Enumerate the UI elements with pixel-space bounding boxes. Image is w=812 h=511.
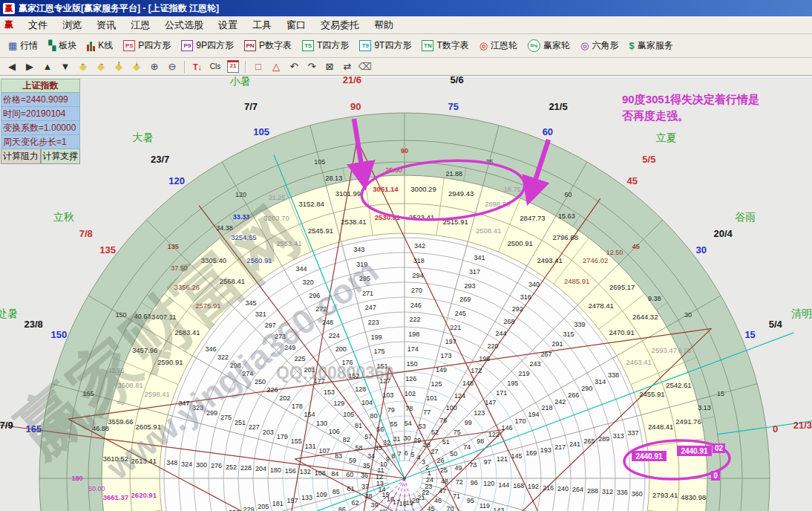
toolbar-button-T四方形[interactable]: TST四方形 — [297, 36, 354, 55]
toolbar-label: 板块 — [59, 39, 76, 52]
spiral-number: 298 — [230, 362, 241, 369]
tool-rect-tool[interactable]: □ — [249, 59, 267, 74]
tool-calendar[interactable]: 21 — [224, 59, 242, 74]
app-logo-icon-small: 赢 — [4, 19, 13, 31]
outer-degree-label: 75 — [448, 101, 459, 112]
spiral-number: 291 — [551, 340, 563, 348]
price-label-inner: 2448.41 — [648, 423, 673, 431]
toolbar-button-江恩轮[interactable]: ◎江恩轮 — [474, 36, 523, 55]
tool-expand-tool[interactable]: ⊠ — [321, 59, 338, 74]
menu-item-工具[interactable]: 工具 — [245, 18, 279, 32]
spiral-number: 104 — [361, 399, 373, 406]
spiral-number: 99 — [465, 419, 472, 426]
price-label-inner: 2560.91 — [246, 256, 272, 264]
tool-step-back[interactable]: ◀ — [3, 59, 21, 74]
spiral-number: 121 — [497, 455, 508, 463]
highlighted-price-value: 0 — [713, 472, 718, 480]
spiral-number: 290 — [581, 385, 592, 392]
solar-term-label: 立夏 — [655, 131, 676, 143]
toolbar-button-P四方形[interactable]: PSP四方形 — [118, 36, 176, 55]
price-label-inner: 2590.91 — [157, 358, 183, 366]
window-title: 赢家江恩专业版[赢家服务平台] - [上证指数 江恩轮] — [19, 2, 219, 15]
tool-zoom-out[interactable]: ⊖ — [163, 59, 181, 74]
spiral-number: 153 — [324, 388, 335, 396]
price-label-outer: 2644.32 — [632, 313, 658, 321]
price-label-outer: 3508.81 — [118, 381, 143, 389]
tool-contract-tool[interactable]: ⇄ — [338, 59, 356, 74]
toolbar-button-9P四方形[interactable]: P99P四方形 — [176, 36, 239, 55]
menu-item-浏览[interactable]: 浏览 — [55, 18, 89, 32]
toolbar-button-行情[interactable]: ▦行情 — [3, 36, 43, 55]
tool-diamond-up[interactable]: ◆↑ — [110, 59, 128, 74]
spiral-number: 197 — [445, 338, 456, 345]
menu-bar: 赢 文件浏览资讯江恩公式选股设置工具窗口交易委托帮助 — [0, 16, 812, 34]
spiral-number: 204 — [255, 465, 266, 472]
江恩轮-icon: ◎ — [479, 41, 488, 51]
price-label-inner: 2545.91 — [308, 227, 333, 235]
toolbar-button-P数字表[interactable]: PNP数字表 — [239, 36, 297, 55]
tool-diamond-left[interactable]: ◆← — [74, 59, 92, 74]
gann-wheel-canvas[interactable]: 2412345678910111213141516171819202122234… — [0, 77, 812, 511]
tool-zoom-in[interactable]: ⊕ — [145, 59, 163, 74]
panel-button-计算阻力[interactable]: 计算阻力 — [1, 149, 41, 164]
toolbar-separator — [245, 61, 246, 73]
spiral-number: 28 — [423, 441, 430, 449]
spiral-number: 176 — [342, 359, 353, 366]
panel-button-计算支撑[interactable]: 计算支撑 — [41, 149, 81, 164]
spiral-number: 157 — [287, 497, 298, 504]
spiral-number: 119 — [479, 502, 490, 510]
spiral-number: 227 — [249, 423, 260, 431]
outer-degree-label: 30 — [696, 244, 707, 256]
spiral-number: 200 — [335, 345, 347, 353]
tool-diamond-right[interactable]: ◆→ — [92, 59, 110, 74]
tool-step-forward[interactable]: ▶ — [21, 59, 39, 74]
outer-date-label: 5/5 — [642, 154, 655, 165]
toolbar-button-9T四方形[interactable]: T99T四方形 — [354, 36, 416, 55]
menu-item-窗口[interactable]: 窗口 — [279, 18, 313, 32]
tool-rotate-down[interactable]: ▼ — [56, 59, 74, 74]
outer-degree-label: 105 — [253, 126, 269, 137]
degree-ring-label: 90 — [401, 147, 408, 154]
title-bar: 赢 赢家江恩专业版[赢家服务平台] - [上证指数 江恩轮] — [0, 0, 812, 16]
tool-delete-tool[interactable]: ⌫ — [356, 59, 374, 74]
tool-cls[interactable]: Cls — [206, 59, 224, 74]
spiral-number: 47 — [439, 487, 446, 495]
toolbar-button-板块[interactable]: ▚板块 — [43, 36, 82, 55]
menu-item-设置[interactable]: 设置 — [211, 18, 245, 32]
menu-item-资讯[interactable]: 资讯 — [89, 18, 123, 32]
outer-degree-label: 90 — [350, 101, 361, 112]
percent-label: 46.88 — [92, 425, 109, 432]
gann-wheel-chart-area[interactable]: 2412345678910111213141516171819202122234… — [0, 76, 812, 511]
toolbar-button-赢家轮[interactable]: Big赢家轮 — [523, 36, 575, 55]
tool-rotate-up[interactable]: ▲ — [39, 59, 56, 74]
spiral-number: 171 — [496, 389, 507, 397]
spiral-number: 149 — [436, 366, 447, 374]
menu-item-江恩[interactable]: 江恩 — [123, 18, 157, 32]
spiral-number: 170 — [515, 417, 526, 425]
spiral-number: 34 — [367, 452, 375, 460]
spiral-number: 177 — [314, 377, 325, 385]
toolbar-button-T数字表[interactable]: TNT数字表 — [416, 36, 474, 55]
toolbar-button-六角形[interactable]: ◎六角形 — [575, 36, 623, 55]
menu-item-帮助[interactable]: 帮助 — [367, 18, 401, 32]
menu-item-交易委托[interactable]: 交易委托 — [313, 18, 367, 32]
price-label-inner: 2538.41 — [341, 218, 366, 226]
menu-item-公式选股[interactable]: 公式选股 — [157, 18, 211, 32]
price-label-inner: 2620.91 — [131, 491, 157, 499]
9T四方形-icon: T9 — [359, 40, 371, 51]
spiral-number: 247 — [365, 304, 376, 311]
tool-triangle-tool[interactable]: △ — [267, 59, 285, 74]
spiral-number: 248 — [322, 319, 333, 326]
percent-label: 3.13 — [698, 404, 711, 411]
toolbar-button-K线[interactable]: K线 — [82, 36, 118, 55]
tool-rotate-ccw[interactable]: ↶ — [285, 59, 303, 74]
tool-time-price[interactable]: T↓ — [189, 59, 206, 74]
app-logo-icon: 赢 — [3, 3, 15, 14]
tool-rotate-cw[interactable]: ↷ — [303, 59, 321, 74]
spiral-number: 60 — [346, 471, 353, 478]
toolbar-button-赢家服务[interactable]: $赢家服务 — [623, 36, 678, 55]
outer-degree-label: 150 — [51, 329, 68, 340]
spiral-number: 345 — [245, 299, 256, 307]
menu-item-文件[interactable]: 文件 — [21, 18, 55, 32]
tool-diamond-down[interactable]: ◆↓ — [128, 59, 145, 74]
